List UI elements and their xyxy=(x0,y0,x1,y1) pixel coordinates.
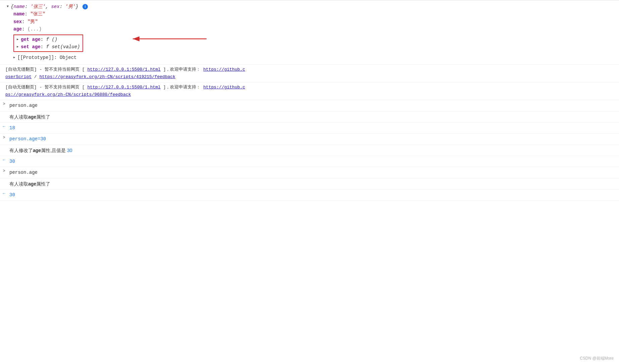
log2-link1[interactable]: http://127.0.0.1:5500/1.html xyxy=(87,85,160,90)
obj-val-sex: '男' xyxy=(65,3,75,10)
log1-sep: / xyxy=(34,74,40,79)
entry-icon-left-3: ← xyxy=(0,191,8,196)
log-message-1: [自动无缝翻页] - 暂不支持当前网页 [ http://127.0.0.1:5… xyxy=(0,65,619,82)
text-read-1: 有人读取 xyxy=(9,114,28,120)
prop-age-key: age xyxy=(13,25,22,33)
prototype-triangle[interactable] xyxy=(13,55,17,60)
log2-link2[interactable]: https://github.c xyxy=(203,85,245,90)
entry-content-18: 18 xyxy=(8,124,619,132)
text-read-2: 有人读取 xyxy=(9,181,28,187)
entry-icon-empty-2 xyxy=(0,146,8,147)
entry-content-read-2: 有人读取age属性了 xyxy=(8,179,619,188)
get-fn: f () xyxy=(46,36,58,43)
entry-icon-empty-3 xyxy=(0,179,8,180)
console-panel: { name : '张三' , sex : '男' } i name : "张三… xyxy=(0,0,619,364)
get-key: get age xyxy=(21,36,41,43)
entry-content-write: 有人修改了age属性,且值是 30 xyxy=(8,146,619,155)
object-inspector: { name : '张三' , sex : '男' } i name : "张三… xyxy=(0,0,619,65)
entry-person-age-1: > person.age xyxy=(0,100,619,111)
log2-link3[interactable]: ps://greasyfork.org/zh-CN/scripts/96880/… xyxy=(5,92,131,97)
entry-icon-left-2: ← xyxy=(0,157,8,162)
code-person-age-set: person.age=30 xyxy=(9,136,46,142)
obj-key-name: name xyxy=(13,3,25,10)
prop-set-line: set age : f set(value) xyxy=(17,43,80,51)
set-triangle[interactable] xyxy=(17,45,21,49)
num-30-inline: 30 xyxy=(67,148,72,153)
log1-middle: ]，欢迎申请支持： xyxy=(163,67,201,72)
prop-age-val: (...) xyxy=(27,25,42,33)
entry-content-30a: 30 xyxy=(8,157,619,166)
prototype-line: [[Prototype]] : Object xyxy=(5,54,619,61)
prop-age-line: age : (...) xyxy=(5,25,619,33)
text-read-suffix-1: 属性了 xyxy=(36,114,50,120)
info-icon[interactable]: i xyxy=(82,4,88,9)
entry-content-person-age-2: person.age xyxy=(8,168,619,177)
num-30b: 30 xyxy=(9,192,15,198)
log2-middle: ]，欢迎申请支持： xyxy=(163,85,201,90)
prop-get-line: get age : f () xyxy=(17,36,80,43)
prop-name-val: "张三" xyxy=(30,10,45,18)
entry-icon-empty-1 xyxy=(0,113,8,113)
entry-icon-left-1: ← xyxy=(0,124,8,129)
num-18: 18 xyxy=(9,125,15,131)
num-30a: 30 xyxy=(9,159,15,164)
text-read-suffix-2: 属性了 xyxy=(36,181,50,187)
entry-result-30a: ← 30 xyxy=(0,156,619,167)
entry-result-30b: ← 30 xyxy=(0,190,619,201)
getset-container: get age : f () set age : f set(value) xyxy=(5,34,83,53)
prototype-key: [[Prototype]] xyxy=(17,54,54,61)
entry-icon-right-3: > xyxy=(0,168,8,173)
log2-prefix: [自动无缝翻页] - 暂不支持当前网页 [ xyxy=(5,85,87,90)
entry-content-read-1: 有人读取age属性了 xyxy=(8,113,619,121)
entry-content-person-age-1: person.age xyxy=(8,101,619,110)
prop-sex-line: sex : "男" xyxy=(5,18,619,25)
code-person-age-1: person.age xyxy=(9,103,38,108)
log-message-2: [自动无缝翻页] - 暂不支持当前网页 [ http://127.0.0.1:5… xyxy=(0,82,619,100)
object-summary-line: { name : '张三' , sex : '男' } i xyxy=(5,3,619,10)
text-age-bold-1: age xyxy=(28,114,36,120)
entry-icon-right-1: > xyxy=(0,101,8,106)
text-age-bold-2: age xyxy=(33,148,41,153)
prop-name-key: name xyxy=(13,10,25,18)
log1-prefix: [自动无缝翻页] - 暂不支持当前网页 [ xyxy=(5,67,87,72)
prop-name-line: name : "张三" xyxy=(5,10,619,18)
get-triangle[interactable] xyxy=(17,37,21,42)
prototype-val: Object xyxy=(60,54,76,61)
obj-key-sex: sex xyxy=(51,3,59,10)
entry-icon-right-2: > xyxy=(0,135,8,140)
text-write-2: 属性,且值是 xyxy=(41,148,67,153)
entry-write-msg: 有人修改了age属性,且值是 30 xyxy=(0,145,619,156)
text-write-1: 有人修改了 xyxy=(9,148,33,153)
entry-person-age-set: > person.age=30 xyxy=(0,134,619,145)
entry-content-person-age-set: person.age=30 xyxy=(8,135,619,143)
text-age-bold-3: age xyxy=(28,181,36,187)
entry-read-msg-1: 有人读取age属性了 xyxy=(0,112,619,123)
expand-triangle[interactable] xyxy=(7,4,11,9)
log1-link3[interactable]: https://greasyfork.org/zh-CN/scripts/419… xyxy=(39,74,175,79)
log1-link2-cont[interactable]: oserScript xyxy=(5,74,32,79)
code-person-age-2: person.age xyxy=(9,170,38,175)
entry-content-30b: 30 xyxy=(8,191,619,199)
prop-sex-key: sex xyxy=(13,18,22,25)
entry-result-18: ← 18 xyxy=(0,123,619,134)
log1-link2[interactable]: https://github.c xyxy=(203,67,245,72)
red-box-highlight: get age : f () set age : f set(value) xyxy=(13,34,83,52)
obj-val-name: '张三' xyxy=(31,3,46,10)
set-key: set age xyxy=(21,43,41,51)
entry-person-age-2: > person.age xyxy=(0,167,619,178)
annotation-arrow xyxy=(129,30,223,51)
prop-sex-val: "男" xyxy=(27,18,38,25)
log1-link1[interactable]: http://127.0.0.1:5500/1.html xyxy=(87,67,160,72)
set-fn: f set(value) xyxy=(46,43,80,51)
entry-read-msg-2: 有人读取age属性了 xyxy=(0,178,619,190)
watermark: CSDN @前端More xyxy=(580,356,614,361)
